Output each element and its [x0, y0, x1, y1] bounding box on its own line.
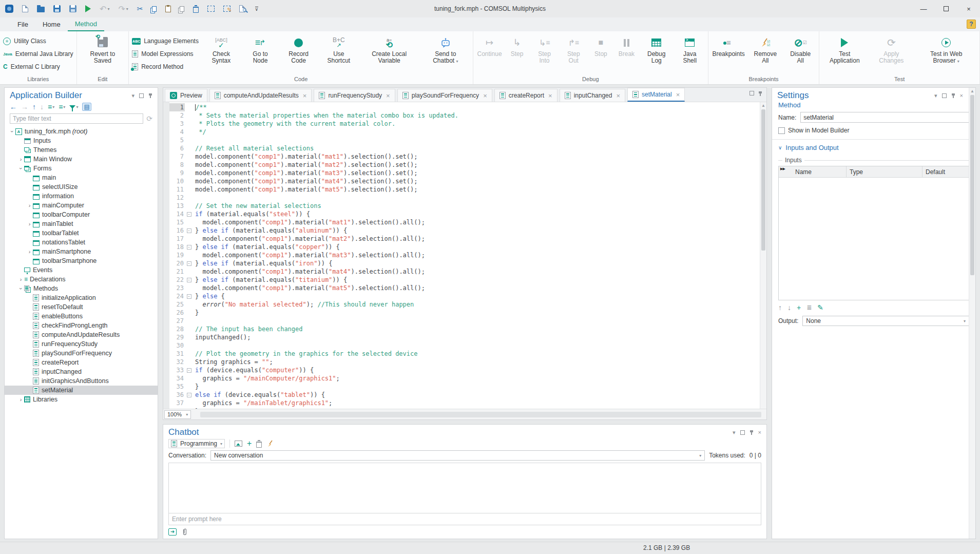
- close-tab-icon[interactable]: ×: [303, 92, 307, 100]
- close-tab-icon[interactable]: ×: [483, 92, 487, 100]
- close-icon[interactable]: ×: [960, 92, 963, 99]
- tree-item-resettodefault[interactable]: resetToDefault: [5, 302, 158, 312]
- preview-search-button[interactable]: [238, 3, 247, 15]
- zoom-select[interactable]: 100% ▾: [164, 410, 191, 419]
- settings-scrollbar[interactable]: ▲: [969, 88, 975, 539]
- fold-icon[interactable]: -: [187, 294, 191, 299]
- run-button[interactable]: [84, 3, 92, 15]
- float-icon[interactable]: [139, 93, 144, 98]
- close-tab-icon[interactable]: ×: [676, 91, 680, 99]
- paste-button[interactable]: [164, 3, 172, 15]
- editor-tab-preview[interactable]: Preview: [165, 89, 207, 102]
- open-button[interactable]: [36, 3, 46, 15]
- external-java-library-button[interactable]: JavaExternal Java Library: [3, 48, 73, 60]
- tree-item-forms[interactable]: ›Forms: [5, 164, 158, 173]
- tree-item-initializeapplication[interactable]: initializeApplication: [5, 293, 158, 302]
- fold-icon[interactable]: -: [187, 245, 191, 250]
- chevron-collapsed-icon[interactable]: ›: [17, 396, 24, 403]
- ribbon-tab-home[interactable]: Home: [35, 17, 68, 31]
- model-data-access-toggle-icon[interactable]: ▤: [82, 103, 91, 111]
- tree-item-tuning-fork-mph[interactable]: ›Atuning_fork.mph(root): [5, 127, 158, 136]
- chevron-down-icon[interactable]: ▾: [131, 92, 134, 99]
- tree-item-createreport[interactable]: createReport: [5, 358, 158, 367]
- chevron-down-icon[interactable]: ▾: [733, 429, 736, 436]
- prompt-input[interactable]: [169, 513, 761, 525]
- ribbon-tab-file[interactable]: File: [10, 17, 35, 31]
- move-down-icon[interactable]: ↓: [787, 303, 791, 312]
- record-code-button[interactable]: Record Code: [280, 33, 317, 64]
- refresh-icon[interactable]: ⟳: [146, 114, 152, 123]
- filter-icon[interactable]: ▾: [69, 105, 78, 109]
- save-button[interactable]: [52, 3, 62, 15]
- tree-item-checkfindpronglength[interactable]: checkFindProngLength: [5, 321, 158, 330]
- record-method-button[interactable]: Record Method: [132, 61, 199, 73]
- tree-item-main-window[interactable]: ›Main Window: [5, 155, 158, 164]
- insert-image-icon[interactable]: [235, 441, 242, 447]
- create-local-variable-button[interactable]: a=⟲Create Local Variable: [360, 33, 418, 64]
- checkbox-icon[interactable]: [778, 127, 785, 134]
- redo-button[interactable]: ↷▾: [117, 3, 129, 15]
- output-select[interactable]: None ▾: [802, 316, 969, 326]
- editor-tab-runfrequencystudy[interactable]: runFrequencyStudy×: [314, 89, 395, 102]
- delete-conversation-icon[interactable]: [256, 442, 262, 448]
- test-application-button[interactable]: Test Application: [822, 33, 867, 64]
- disable-all-button[interactable]: ⊘☑Disable All: [785, 33, 816, 64]
- minimize-icon[interactable]: —: [912, 0, 935, 17]
- float-icon[interactable]: [942, 93, 947, 98]
- check-syntax-button[interactable]: [ABC]✓Check Syntax: [202, 33, 241, 64]
- chevron-collapsed-icon[interactable]: ›: [26, 202, 33, 208]
- copy-button[interactable]: [151, 3, 158, 15]
- editor-tab-inputchanged[interactable]: inputChanged×: [560, 89, 625, 102]
- fold-icon[interactable]: -: [187, 212, 191, 217]
- model-expressions-button[interactable]: Model Expressions: [132, 48, 199, 60]
- move-up-icon[interactable]: ↑: [778, 303, 782, 312]
- inputs-and-output-section-header[interactable]: ∨ Inputs and Output: [772, 140, 975, 155]
- tree-item-playsoundforfrequency[interactable]: playSoundForFrequency: [5, 349, 158, 358]
- add-input-icon[interactable]: +: [797, 303, 801, 312]
- new-conversation-icon[interactable]: +: [247, 439, 252, 448]
- fold-icon[interactable]: -: [187, 393, 191, 397]
- language-elements-button[interactable]: ABCLanguage Elements: [132, 35, 199, 47]
- external-c-library-button[interactable]: CExternal C Library: [3, 61, 73, 73]
- help-icon[interactable]: ?: [967, 20, 976, 29]
- tree-item-enablebuttons[interactable]: enableButtons: [5, 312, 158, 321]
- test-in-web-browser-button[interactable]: Test in Web Browser ▾: [916, 33, 976, 65]
- chatbot-mode-select[interactable]: Programming ▾: [168, 439, 225, 448]
- tree-item-mainsmartphone[interactable]: ›mainSmartphone: [5, 247, 158, 256]
- tree-item-initgraphicsandbuttons[interactable]: initGraphicsAndButtons: [5, 376, 158, 386]
- comsol-logo-button[interactable]: [4, 3, 14, 15]
- tree-item-declarations[interactable]: ›≡Declarations: [5, 275, 158, 284]
- select-frame-button[interactable]: [206, 3, 216, 15]
- tree-item-toolbartablet[interactable]: toolbarTablet: [5, 228, 158, 238]
- editor-tab-setmaterial[interactable]: setMaterial×: [627, 88, 685, 102]
- chevron-expanded-icon[interactable]: ›: [9, 128, 15, 135]
- tree-item-selectuisize[interactable]: selectUISize: [5, 182, 158, 192]
- move-up-icon[interactable]: ↑: [32, 103, 36, 111]
- vertical-scrollbar[interactable]: ▲: [760, 102, 766, 409]
- remove-all-button[interactable]: ☑☑Remove All: [749, 33, 782, 64]
- close-icon[interactable]: ×: [758, 429, 761, 435]
- java-shell-button[interactable]: Java Shell: [675, 33, 705, 64]
- tree-item-toolbarcomputer[interactable]: toolbarComputer: [5, 210, 158, 219]
- tree-item-maintablet[interactable]: ›mainTablet: [5, 219, 158, 228]
- clear-icon[interactable]: [266, 440, 275, 448]
- tree-item-toolbarsmartphone[interactable]: toolbarSmartphone: [5, 256, 158, 265]
- edit-icon[interactable]: ✎: [817, 303, 823, 312]
- go-to-node-button[interactable]: ≡↱Go to Node: [244, 33, 277, 64]
- chevron-expanded-icon[interactable]: ›: [18, 285, 24, 292]
- chevron-down-icon[interactable]: ▾: [934, 92, 937, 99]
- editor-tab-createreport[interactable]: createReport×: [494, 89, 558, 102]
- maximize-icon[interactable]: [935, 0, 957, 17]
- tree-item-main[interactable]: main: [5, 173, 158, 182]
- tree-item-computeandupdateresults[interactable]: computeAndUpdateResults: [5, 330, 158, 339]
- breakpoints-button[interactable]: Breakpoints: [712, 33, 746, 58]
- scroll-up-icon[interactable]: ▲: [760, 102, 766, 109]
- use-shortcut-button[interactable]: B+C↗Use Shortcut: [320, 33, 357, 64]
- fold-icon[interactable]: -: [187, 368, 191, 373]
- chevron-expanded-icon[interactable]: ›: [18, 165, 24, 172]
- close-tab-icon[interactable]: ×: [616, 92, 620, 100]
- collapse-list-icon[interactable]: ≡▾: [48, 103, 54, 111]
- tree-item-information[interactable]: information: [5, 192, 158, 201]
- send-icon[interactable]: ➜: [168, 528, 177, 536]
- undo-button[interactable]: ↶▾: [99, 3, 110, 15]
